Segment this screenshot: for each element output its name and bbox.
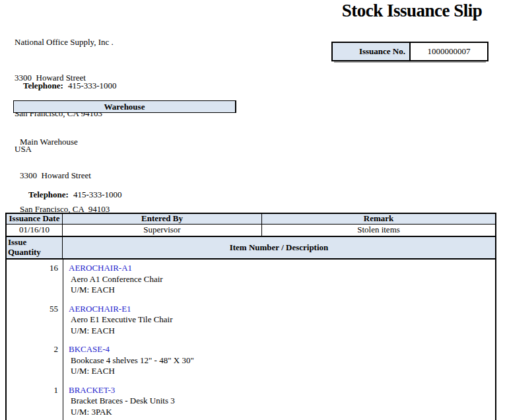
remark-value: Stolen items [262,225,495,236]
issuance-number-label: Issuance No. [333,43,411,60]
item-row: 1 BRACKET-3 Bracket Braces - Desk Units … [7,385,495,418]
company-name: National Office Supply, Inc . [15,36,114,48]
entered-by-value: Supervisor [63,225,262,236]
items-header-row: Issue Quantity Item Number / Description [7,237,495,260]
item-description: Aero E1 Executive Tile Chair [71,314,173,326]
issuance-number-box: Issuance No. 1000000007 [331,42,488,61]
item-row: 55 AEROCHAIR-E1 Aero E1 Executive Tile C… [7,304,495,337]
item-number-link[interactable]: AEROCHAIR-A1 [69,263,163,274]
telephone-number: 415-333-1000 [68,81,117,90]
item-row: 16 AEROCHAIR-A1 Aero A1 Conference Chair… [7,263,495,296]
issuance-table: Issuance Date Entered By Remark 01/16/10… [5,213,496,420]
header-entered-by: Entered By [63,214,262,224]
item-uom: U/M: EACH [71,326,173,337]
issuance-date-value: 01/16/10 [7,225,63,236]
item-uom: U/M: 3PAK [71,407,175,418]
header-item-number-description: Item Number / Description [63,237,495,258]
item-details: AEROCHAIR-A1 Aero A1 Conference Chair U/… [63,263,163,296]
item-number-link[interactable]: BRACKET-3 [69,385,175,396]
stock-issuance-slip-page: National Office Supply, Inc . 3300 Howar… [0,0,505,420]
item-details: AEROCHAIR-E1 Aero E1 Executive Tile Chai… [63,304,173,337]
item-uom: U/M: EACH [71,285,163,296]
company-telephone: Telephone:415-333-1000 [15,70,117,102]
item-row: 2 BKCASE-4 Bookcase 4 shelves 12" - 48" … [7,344,495,377]
item-quantity: 55 [7,304,63,337]
warehouse-name: Main Warehouse [20,136,110,147]
warehouse-telephone: Telephone:415-333-1000 [20,179,122,211]
header-issuance-date: Issuance Date [7,214,63,224]
header-issue-quantity: Issue Quantity [7,237,63,258]
column-divider [63,260,63,420]
page-title: Stock Issuance Slip [329,1,495,21]
item-quantity: 16 [7,263,63,296]
info-header-row: Issuance Date Entered By Remark [7,214,495,225]
warehouse-section-header: Warehouse [13,100,236,113]
telephone-label: Telephone: [28,190,69,199]
header-remark: Remark [262,214,495,224]
item-uom: U/M: EACH [71,366,194,377]
item-number-link[interactable]: BKCASE-4 [69,344,194,355]
items-body: 16 AEROCHAIR-A1 Aero A1 Conference Chair… [7,260,495,420]
item-description: Bookcase 4 shelves 12" - 48" X 30" [71,355,194,367]
info-data-row: 01/16/10 Supervisor Stolen items [7,225,495,237]
telephone-label: Telephone: [23,81,63,90]
item-quantity: 2 [7,344,63,377]
item-description: Aero A1 Conference Chair [71,274,163,285]
issuance-number-value: 1000000007 [411,43,487,60]
telephone-number: 415-333-1000 [73,190,122,199]
item-description: Bracket Braces - Desk Units 3 [71,396,175,407]
item-number-link[interactable]: AEROCHAIR-E1 [69,304,173,315]
item-details: BKCASE-4 Bookcase 4 shelves 12" - 48" X … [63,344,194,377]
item-details: BRACKET-3 Bracket Braces - Desk Units 3 … [63,385,175,418]
item-quantity: 1 [7,385,63,418]
